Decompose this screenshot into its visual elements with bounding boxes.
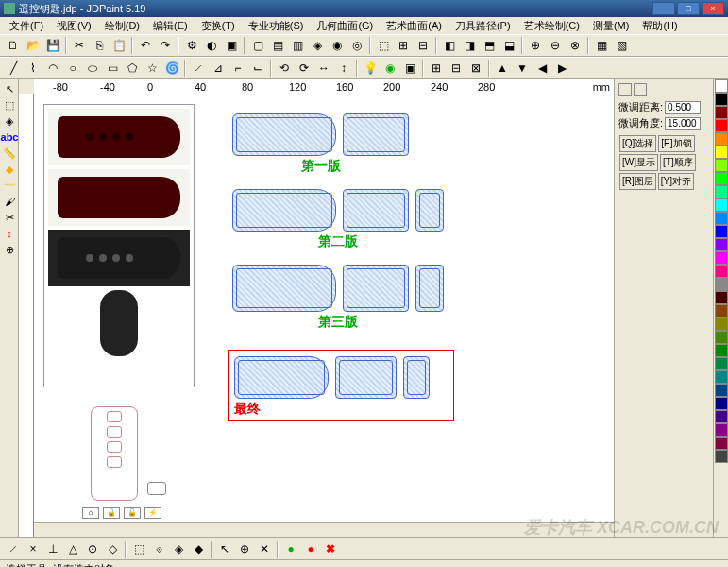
menu-art-surface[interactable]: 艺术曲面(A) <box>381 18 448 34</box>
menu-transform[interactable]: 变换(T) <box>195 18 241 34</box>
menu-view[interactable]: 视图(V) <box>51 18 97 34</box>
shape-icon[interactable]: ◆ <box>2 162 17 177</box>
tool-icon[interactable]: ⊟ <box>447 59 466 77</box>
color-swatch[interactable] <box>715 146 728 159</box>
tool-icon[interactable]: ▼ <box>513 59 532 77</box>
color-swatch[interactable] <box>715 410 728 423</box>
color-swatch[interactable] <box>715 132 728 146</box>
snap-icon[interactable]: ⬚ <box>129 540 148 558</box>
tool-icon[interactable]: ▢ <box>248 36 267 55</box>
menu-file[interactable]: 文件(F) <box>4 18 49 34</box>
open-icon[interactable]: 📂 <box>24 36 42 55</box>
undo-icon[interactable]: ↶ <box>136 36 155 55</box>
tool-icon[interactable]: ◐ <box>202 36 221 55</box>
color-swatch[interactable] <box>715 318 728 331</box>
color-swatch[interactable] <box>715 238 728 251</box>
tool-icon[interactable]: ⊖ <box>546 36 565 55</box>
snap-icon[interactable]: ⟋ <box>4 540 23 558</box>
color-swatch[interactable] <box>715 384 728 397</box>
tool-icon[interactable]: ⟳ <box>295 59 313 77</box>
tool-icon[interactable]: ⊿ <box>209 59 228 77</box>
tool-icon[interactable]: ▤ <box>268 36 287 55</box>
tool-icon[interactable]: ⟲ <box>275 59 294 77</box>
snap-icon[interactable]: ⊥ <box>43 540 62 558</box>
color-swatch[interactable] <box>715 291 728 304</box>
knife-icon[interactable]: ✂ <box>2 210 17 225</box>
menu-art-draw[interactable]: 艺术绘制(C) <box>518 18 585 34</box>
panel-button[interactable]: [Y]对齐 <box>658 173 694 190</box>
snap-icon[interactable]: ⊕ <box>235 540 254 558</box>
color-swatch[interactable] <box>715 225 728 238</box>
dist-input[interactable] <box>665 101 701 114</box>
color-swatch[interactable] <box>715 93 728 106</box>
tool-icon[interactable]: ⊠ <box>466 59 485 77</box>
tool-icon[interactable]: ◨ <box>460 36 479 55</box>
tool-icon[interactable]: ▥ <box>288 36 307 55</box>
snap-icon[interactable]: ◆ <box>189 540 208 558</box>
tool-icon[interactable]: ▣ <box>222 36 241 55</box>
tool-icon[interactable]: ▧ <box>612 36 631 55</box>
tool-icon[interactable]: ◀ <box>533 59 551 77</box>
snap-icon[interactable]: ◈ <box>169 540 188 558</box>
delete-icon[interactable]: ✖ <box>321 540 340 558</box>
snap-icon[interactable]: ⟐ <box>149 540 168 558</box>
menu-geom[interactable]: 几何曲面(G) <box>311 18 379 34</box>
angle-input[interactable] <box>665 117 701 130</box>
snap-icon[interactable]: ↖ <box>215 540 234 558</box>
node-icon[interactable]: ⬚ <box>2 97 17 112</box>
tool-icon[interactable]: ⚙ <box>182 36 201 55</box>
tool-icon[interactable]: ⟋ <box>189 59 208 77</box>
cut-icon[interactable]: ✂ <box>70 36 89 55</box>
color-swatch[interactable] <box>715 397 728 410</box>
tool-icon[interactable]: ⊟ <box>414 36 432 55</box>
color-swatch[interactable] <box>715 370 728 384</box>
line-icon[interactable]: ╱ <box>4 59 23 77</box>
tool-icon[interactable]: ▣ <box>400 59 419 77</box>
color-swatch[interactable] <box>715 185 728 198</box>
tool-icon[interactable]: ⌐ <box>229 59 247 77</box>
tab-icon[interactable] <box>618 83 632 96</box>
tool-icon[interactable]: ⬒ <box>480 36 499 55</box>
tool-icon[interactable]: ⌙ <box>248 59 267 77</box>
color-swatch[interactable] <box>715 198 728 212</box>
polygon-icon[interactable]: ⬠ <box>123 59 142 77</box>
color-swatch[interactable] <box>715 357 728 370</box>
tool-icon[interactable]: ◉ <box>381 59 399 77</box>
menu-pro[interactable]: 专业功能(S) <box>243 18 310 34</box>
ellipse-icon[interactable]: ⬭ <box>83 59 102 77</box>
color-swatch[interactable] <box>715 251 728 265</box>
spiral-icon[interactable]: 🌀 <box>162 59 181 77</box>
measure-icon[interactable]: 📏 <box>2 146 17 161</box>
tab-icon[interactable] <box>634 83 647 96</box>
color-swatch[interactable] <box>715 304 728 318</box>
color-swatch[interactable] <box>715 437 728 450</box>
tool-icon[interactable]: ◧ <box>440 36 459 55</box>
snap-icon[interactable]: ⊙ <box>83 540 102 558</box>
color-swatch[interactable] <box>715 423 728 437</box>
tool-icon[interactable]: ⊞ <box>394 36 413 55</box>
panel-button[interactable]: [Q]选择 <box>619 135 656 152</box>
tool-icon[interactable]: ◈ <box>308 36 327 55</box>
tool-icon[interactable]: ◎ <box>347 36 366 55</box>
select-icon[interactable]: ↖ <box>2 81 17 96</box>
star-icon[interactable]: ☆ <box>143 59 161 77</box>
color-swatch[interactable] <box>715 344 728 357</box>
tool-icon[interactable]: ▦ <box>592 36 611 55</box>
redo-icon[interactable]: ↷ <box>156 36 175 55</box>
tool-icon[interactable]: ⬓ <box>499 36 518 55</box>
dim-icon[interactable]: ↕ <box>2 226 17 241</box>
polyline-icon[interactable]: ⌇ <box>24 59 42 77</box>
menu-draw[interactable]: 绘制(D) <box>99 18 145 34</box>
tool-icon[interactable]: ⬚ <box>374 36 393 55</box>
maximize-button[interactable]: □ <box>677 2 700 15</box>
rect-icon[interactable]: ▭ <box>103 59 122 77</box>
panel-button[interactable]: [E]加锁 <box>658 135 694 152</box>
snap-icon[interactable]: ◇ <box>103 540 122 558</box>
color-swatch[interactable] <box>715 278 728 291</box>
tool-icon[interactable]: ⊞ <box>427 59 446 77</box>
copy-icon[interactable]: ⎘ <box>90 36 109 55</box>
snap-icon[interactable]: △ <box>63 540 82 558</box>
color-swatch[interactable] <box>715 265 728 278</box>
new-icon[interactable]: 🗋 <box>4 36 23 55</box>
edit-icon[interactable]: ◈ <box>2 113 17 129</box>
